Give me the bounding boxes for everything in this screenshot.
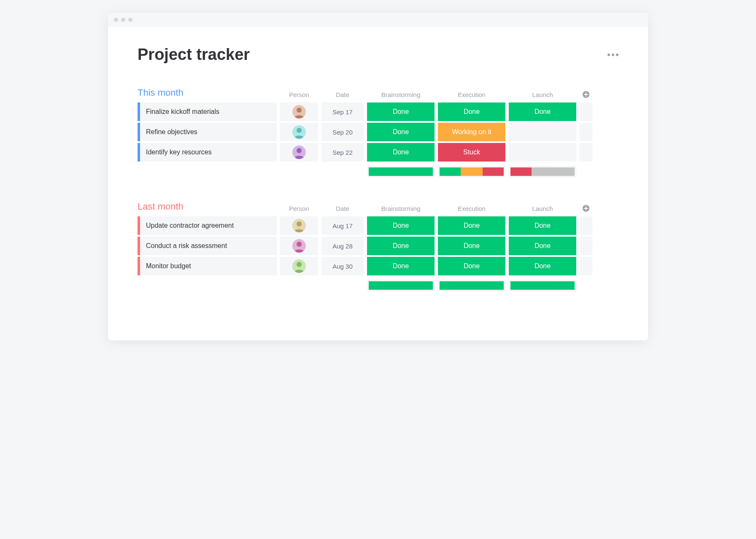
column-header-person[interactable]: Person xyxy=(280,205,318,214)
status-execution[interactable]: Done xyxy=(438,102,505,121)
column-header-execution[interactable]: Execution xyxy=(438,91,505,100)
svg-point-9 xyxy=(297,221,302,226)
row-spacer xyxy=(580,123,592,141)
page-header: Project tracker xyxy=(138,46,618,64)
summary-brainstorming xyxy=(367,166,435,178)
person-cell[interactable] xyxy=(280,257,318,275)
person-cell[interactable] xyxy=(280,102,318,121)
avatar xyxy=(292,125,306,139)
column-header-date[interactable]: Date xyxy=(321,205,364,214)
column-header-date[interactable]: Date xyxy=(321,91,364,100)
column-header-launch[interactable]: Launch xyxy=(509,205,576,214)
svg-point-4 xyxy=(297,128,302,133)
status-execution[interactable]: Done xyxy=(438,257,505,275)
group-title[interactable]: Last month xyxy=(138,201,277,214)
status-brainstorming[interactable]: Done xyxy=(367,143,435,162)
row-spacer xyxy=(580,102,592,121)
date-cell[interactable]: Aug 17 xyxy=(321,216,364,235)
status-launch[interactable]: Done xyxy=(509,102,576,121)
column-header-execution[interactable]: Execution xyxy=(438,205,505,214)
window-titlebar xyxy=(108,13,648,27)
svg-point-11 xyxy=(297,242,302,247)
status-execution[interactable]: Stuck xyxy=(438,143,505,162)
summary-segment-working xyxy=(461,167,483,176)
status-brainstorming[interactable]: Done xyxy=(367,123,435,141)
task-name-cell[interactable]: Monitor budget xyxy=(138,257,277,275)
row-spacer xyxy=(580,257,592,275)
task-name-cell[interactable]: Refine objectives xyxy=(138,123,277,141)
column-header-launch[interactable]: Launch xyxy=(509,91,576,100)
summary-segment-stuck xyxy=(483,167,504,176)
status-execution[interactable]: Done xyxy=(438,237,505,255)
task-row: Refine objectives Sep 20 Done Working on… xyxy=(138,123,618,141)
column-header-brainstorming[interactable]: Brainstorming xyxy=(367,91,435,100)
task-row: Conduct a risk assessment Aug 28 Done Do… xyxy=(138,237,618,255)
date-cell[interactable]: Aug 30 xyxy=(321,257,364,275)
plus-circle-icon xyxy=(582,205,590,212)
date-cell[interactable]: Sep 20 xyxy=(321,123,364,141)
person-cell[interactable] xyxy=(280,237,318,255)
summary-segment-done xyxy=(369,167,433,176)
avatar xyxy=(292,259,306,273)
summary-execution xyxy=(438,280,505,291)
summary-execution xyxy=(438,166,505,178)
page-title: Project tracker xyxy=(138,46,250,64)
date-cell[interactable]: Sep 22 xyxy=(321,143,364,162)
status-brainstorming[interactable]: Done xyxy=(367,216,435,235)
status-brainstorming[interactable]: Done xyxy=(367,102,435,121)
task-row: Identify key resources Sep 22 Done Stuck xyxy=(138,143,618,162)
svg-point-6 xyxy=(297,148,302,153)
avatar xyxy=(292,239,306,253)
summary-segment-stuck xyxy=(510,167,532,176)
status-launch[interactable]: Done xyxy=(509,237,576,255)
group-title[interactable]: This month xyxy=(138,87,277,100)
summary-segment-empty xyxy=(532,167,575,176)
column-header-brainstorming[interactable]: Brainstorming xyxy=(367,205,435,214)
avatar xyxy=(292,105,306,119)
summary-launch xyxy=(509,280,576,291)
avatar xyxy=(292,219,306,232)
add-column-button[interactable] xyxy=(580,91,592,100)
group-header-row: Last month Person Date Brainstorming Exe… xyxy=(138,201,618,214)
window-control-close[interactable] xyxy=(114,18,118,22)
row-spacer xyxy=(580,143,592,162)
status-execution[interactable]: Working on it xyxy=(438,123,505,141)
date-cell[interactable]: Aug 28 xyxy=(321,237,364,255)
add-column-button[interactable] xyxy=(580,205,592,214)
summary-segment-done xyxy=(440,167,461,176)
svg-point-13 xyxy=(297,262,302,267)
task-name-cell[interactable]: Update contractor agreement xyxy=(138,216,277,235)
group-summary-row xyxy=(138,280,618,291)
column-header-person[interactable]: Person xyxy=(280,91,318,100)
status-brainstorming[interactable]: Done xyxy=(367,237,435,255)
status-launch[interactable] xyxy=(509,123,576,141)
group-summary-row xyxy=(138,166,618,178)
board-more-menu[interactable] xyxy=(608,54,618,56)
status-launch[interactable]: Done xyxy=(509,257,576,275)
date-cell[interactable]: Sep 17 xyxy=(321,102,364,121)
person-cell[interactable] xyxy=(280,143,318,162)
status-execution[interactable]: Done xyxy=(438,216,505,235)
task-row: Update contractor agreement Aug 17 Done … xyxy=(138,216,618,235)
group-this-month: This month Person Date Brainstorming Exe… xyxy=(138,87,618,178)
svg-point-2 xyxy=(297,108,302,113)
person-cell[interactable] xyxy=(280,216,318,235)
avatar xyxy=(292,146,306,159)
task-name-cell[interactable]: Finalize kickoff materials xyxy=(138,102,277,121)
summary-segment-done xyxy=(440,281,504,290)
task-name-cell[interactable]: Identify key resources xyxy=(138,143,277,162)
group-last-month: Last month Person Date Brainstorming Exe… xyxy=(138,201,618,291)
task-name-cell[interactable]: Conduct a risk assessment xyxy=(138,237,277,255)
status-launch[interactable] xyxy=(509,143,576,162)
row-spacer xyxy=(580,216,592,235)
window-control-maximize[interactable] xyxy=(128,18,132,22)
person-cell[interactable] xyxy=(280,123,318,141)
status-brainstorming[interactable]: Done xyxy=(367,257,435,275)
plus-circle-icon xyxy=(582,91,590,98)
status-launch[interactable]: Done xyxy=(509,216,576,235)
window-control-minimize[interactable] xyxy=(121,18,125,22)
group-header-row: This month Person Date Brainstorming Exe… xyxy=(138,87,618,100)
task-row: Finalize kickoff materials Sep 17 Done D… xyxy=(138,102,618,121)
board-content: Project tracker This month Person Date B… xyxy=(108,27,648,340)
task-row: Monitor budget Aug 30 Done Done Done xyxy=(138,257,618,275)
